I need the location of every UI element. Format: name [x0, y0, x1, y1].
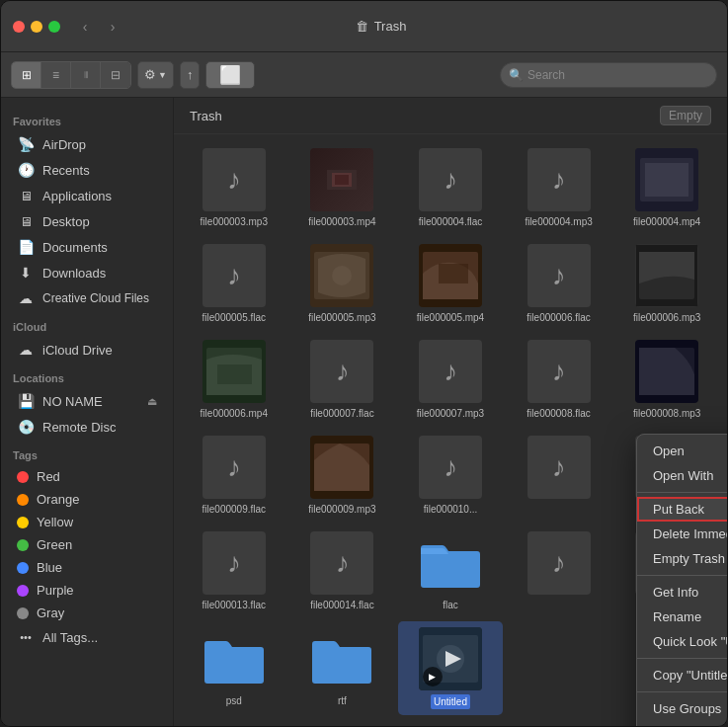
sidebar-item-label: Yellow: [37, 515, 73, 529]
list-item[interactable]: ♪ file000014.flac: [290, 525, 395, 617]
sidebar-item-gray[interactable]: Gray: [5, 602, 169, 624]
sidebar-item-label: Remote Disc: [42, 420, 116, 435]
file-name: psd: [226, 694, 242, 707]
sidebar-item-label: Blue: [37, 560, 62, 575]
applications-icon: 🖥: [17, 187, 35, 204]
ctx-separator: [637, 575, 727, 576]
audio-icon: ♪: [227, 451, 241, 483]
orange-tag-dot: [17, 494, 29, 506]
settings-button[interactable]: ⚙ ▼: [137, 61, 174, 89]
list-item[interactable]: ♪ file000006.flac: [507, 238, 611, 330]
tag-button[interactable]: ⬜: [205, 61, 255, 89]
audio-icon: ♪: [444, 451, 457, 483]
ctx-use-groups[interactable]: Use Groups: [637, 696, 727, 721]
file-name: flac: [443, 599, 458, 611]
ctx-get-info[interactable]: Get Info: [637, 580, 727, 605]
list-item[interactable]: file000005.mp3: [290, 238, 395, 330]
minimize-button[interactable]: [31, 21, 42, 33]
sidebar-item-desktop[interactable]: 🖥 Desktop: [5, 208, 169, 234]
sidebar-item-all-tags[interactable]: ••• All Tags...: [5, 624, 169, 650]
search-bar[interactable]: 🔍 Search: [500, 62, 717, 88]
sidebar-item-airdrop[interactable]: 📡 AirDrop: [5, 131, 169, 157]
file-thumbnail: ♪: [527, 244, 591, 307]
sidebar-item-recents[interactable]: 🕐 Recents: [5, 157, 169, 183]
favorites-label: Favorites: [1, 106, 173, 131]
list-item[interactable]: flac: [398, 525, 503, 617]
list-item[interactable]: file000009.mp3: [290, 430, 395, 522]
sidebar-item-remote-disc[interactable]: 💿 Remote Disc: [5, 414, 169, 440]
ctx-separator: [637, 691, 727, 692]
ctx-separator: [637, 492, 727, 493]
ctx-sort-by[interactable]: Sort By ›: [637, 721, 727, 726]
sidebar-item-creative-cloud[interactable]: ☁ Creative Cloud Files: [5, 285, 169, 311]
sidebar-item-downloads[interactable]: ⬇ Downloads: [5, 260, 169, 285]
trash-title-icon: 🗑: [356, 19, 368, 34]
sidebar-item-purple[interactable]: Purple: [5, 579, 169, 602]
file-name: file000009.flac: [202, 503, 267, 516]
sidebar-item-yellow[interactable]: Yellow: [5, 511, 169, 533]
sidebar-item-red[interactable]: Red: [5, 465, 169, 488]
empty-button[interactable]: Empty: [660, 106, 711, 125]
list-item[interactable]: file000006.mp4: [182, 334, 286, 426]
file-name: file000004.flac: [419, 215, 483, 228]
view-icon-button[interactable]: ⊞: [12, 62, 41, 88]
file-thumbnail: [310, 627, 373, 690]
list-item[interactable]: ♪ file000010...: [398, 430, 503, 522]
ctx-put-back[interactable]: Put Back: [637, 497, 727, 522]
tag-pill-icon: ⬜: [219, 64, 241, 86]
list-item[interactable]: file000004.mp4: [614, 142, 719, 234]
list-item[interactable]: ♪ file000007.mp3: [398, 334, 503, 426]
list-item[interactable]: ♪ file000003.mp3: [182, 142, 286, 234]
ctx-delete-immediately[interactable]: Delete Immediately...: [637, 522, 727, 546]
ctx-rename[interactable]: Rename: [637, 605, 727, 629]
list-item[interactable]: file000006.mp3: [614, 238, 719, 330]
view-column-button[interactable]: ⫴: [71, 62, 101, 88]
sidebar-item-documents[interactable]: 📄 Documents: [5, 234, 169, 260]
list-item[interactable]: file000008.mp3: [614, 334, 719, 426]
ctx-open-with[interactable]: Open With ›: [637, 463, 727, 488]
ctx-quick-look[interactable]: Quick Look "Untitled": [637, 629, 727, 654]
sidebar-item-orange[interactable]: Orange: [5, 488, 169, 511]
sidebar-item-no-name[interactable]: 💾 NO NAME ⏏: [5, 388, 169, 414]
sidebar-item-label: Documents: [42, 240, 108, 255]
list-item[interactable]: ♪ file000005.flac: [182, 238, 286, 330]
list-item[interactable]: ♪: [507, 525, 611, 617]
ctx-open[interactable]: Open: [637, 439, 727, 463]
list-item[interactable]: ▶ Untitled: [398, 621, 503, 715]
search-icon: 🔍: [509, 68, 524, 82]
file-thumbnail: ♪: [202, 436, 266, 499]
list-item[interactable]: ♪ file000004.flac: [398, 142, 503, 234]
audio-icon: ♪: [335, 547, 349, 579]
file-thumbnail: ♪: [310, 531, 373, 595]
list-item[interactable]: rtf: [290, 621, 395, 715]
share-button[interactable]: ↑: [180, 61, 201, 89]
list-item[interactable]: file000005.mp4: [398, 238, 503, 330]
file-thumbnail: ♪: [202, 244, 266, 307]
list-item[interactable]: ♪: [507, 430, 611, 522]
back-button[interactable]: ‹: [72, 14, 98, 40]
list-item[interactable]: psd: [182, 621, 286, 715]
gear-icon: ⚙: [144, 67, 156, 82]
list-item[interactable]: ♪ file000004.mp3: [507, 142, 611, 234]
view-list-button[interactable]: ≡: [41, 62, 71, 88]
sidebar-item-blue[interactable]: Blue: [5, 556, 169, 579]
view-gallery-button[interactable]: ⊟: [101, 62, 130, 88]
sidebar-item-applications[interactable]: 🖥 Applications: [5, 183, 169, 208]
ctx-copy[interactable]: Copy "Untitled": [637, 663, 727, 687]
list-item[interactable]: ♪ file000013.flac: [182, 525, 286, 617]
forward-button[interactable]: ›: [100, 14, 125, 40]
ctx-empty-trash[interactable]: Empty Trash: [637, 546, 727, 571]
eject-icon[interactable]: ⏏: [147, 395, 157, 408]
close-button[interactable]: [13, 21, 25, 33]
file-thumbnail: [635, 340, 698, 403]
file-thumbnail: [419, 244, 482, 307]
sidebar-item-icloud-drive[interactable]: ☁ iCloud Drive: [5, 337, 169, 363]
sidebar-item-label: Orange: [37, 492, 79, 507]
sidebar-item-label: Recents: [42, 163, 90, 178]
maximize-button[interactable]: [48, 21, 60, 33]
list-item[interactable]: ♪ file000009.flac: [182, 430, 286, 522]
list-item[interactable]: file000003.mp4: [290, 142, 395, 234]
list-item[interactable]: ♪ file000008.flac: [507, 334, 611, 426]
list-item[interactable]: ♪ file000007.flac: [290, 334, 395, 426]
sidebar-item-green[interactable]: Green: [5, 533, 169, 556]
